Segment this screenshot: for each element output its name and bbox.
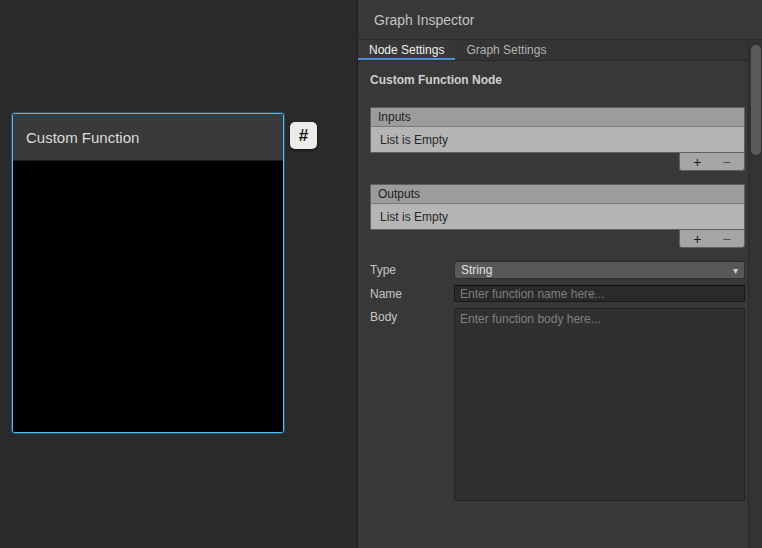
inspector-content: Custom Function Node Inputs List is Empt… <box>358 61 762 501</box>
panel-title: Graph Inspector <box>374 12 474 28</box>
chevron-down-icon: ▾ <box>733 265 738 276</box>
inputs-add-button[interactable]: + <box>685 154 709 170</box>
custom-function-node[interactable]: Custom Function <box>12 113 284 433</box>
inputs-empty-row: List is Empty <box>371 127 744 152</box>
inputs-list-box: Inputs List is Empty <box>370 107 745 153</box>
function-body-input[interactable] <box>454 308 745 501</box>
function-name-input[interactable] <box>454 285 745 302</box>
inputs-list-footer: + − <box>679 153 745 171</box>
outputs-empty-row: List is Empty <box>371 204 744 229</box>
type-field-row: Type String ▾ <box>370 261 745 279</box>
outputs-empty-label: List is Empty <box>380 210 448 224</box>
node-title: Custom Function <box>26 129 139 146</box>
inspector-scrollbar[interactable] <box>748 41 762 548</box>
tab-node-settings[interactable]: Node Settings <box>358 40 455 60</box>
inputs-remove-button[interactable]: − <box>715 154 739 170</box>
tab-bar: Node Settings Graph Settings <box>358 40 762 61</box>
outputs-list-footer: + − <box>679 230 745 248</box>
hash-badge[interactable]: # <box>290 122 317 149</box>
node-header[interactable]: Custom Function <box>13 114 283 161</box>
inspector-title-bar[interactable]: Graph Inspector <box>358 0 762 40</box>
type-dropdown-value: String <box>461 263 733 277</box>
outputs-list-header: Outputs <box>371 185 744 204</box>
type-dropdown[interactable]: String ▾ <box>454 261 745 279</box>
name-field-row: Name <box>370 285 745 302</box>
inputs-list: Inputs List is Empty + − <box>370 107 745 171</box>
outputs-list: Outputs List is Empty + − <box>370 184 745 248</box>
name-label: Name <box>370 285 454 302</box>
outputs-remove-button[interactable]: − <box>715 231 739 247</box>
tab-graph-settings[interactable]: Graph Settings <box>455 40 557 60</box>
inputs-list-header: Inputs <box>371 108 744 127</box>
hash-icon: # <box>299 126 308 146</box>
outputs-header-label: Outputs <box>378 187 420 201</box>
body-field-row: Body <box>370 308 745 501</box>
type-label: Type <box>370 261 454 279</box>
section-title: Custom Function Node <box>370 73 745 87</box>
graph-canvas[interactable]: Custom Function # <box>0 0 357 548</box>
outputs-add-button[interactable]: + <box>685 231 709 247</box>
node-fields: Type String ▾ Name Body <box>370 261 745 501</box>
editor-root: Custom Function # Graph Inspector Node S… <box>0 0 762 548</box>
graph-inspector-panel: Graph Inspector Node Settings Graph Sett… <box>357 0 762 548</box>
outputs-list-box: Outputs List is Empty <box>370 184 745 230</box>
inputs-header-label: Inputs <box>378 110 411 124</box>
scrollbar-thumb[interactable] <box>751 45 761 155</box>
inputs-empty-label: List is Empty <box>380 133 448 147</box>
node-body <box>13 161 283 432</box>
body-label: Body <box>370 308 454 501</box>
